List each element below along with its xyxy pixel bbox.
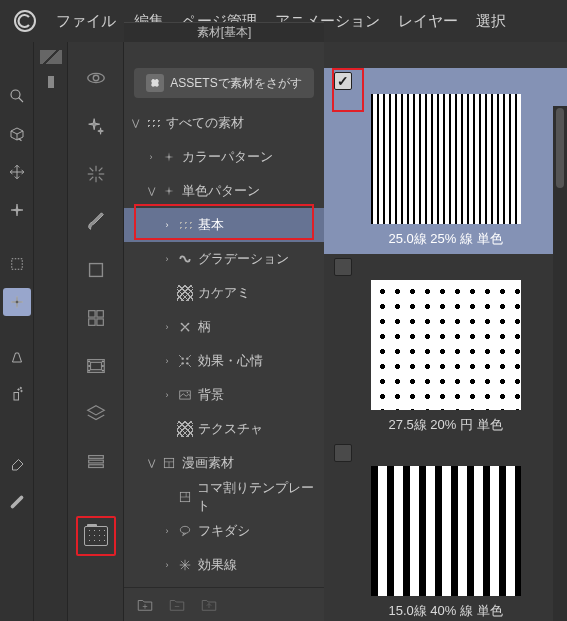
svg-point-39	[186, 358, 188, 360]
chevron-right-icon: ›	[162, 390, 172, 400]
chevron-down-icon: ⋁	[146, 458, 156, 468]
dots-icon	[144, 114, 162, 132]
manga-icon	[160, 454, 178, 472]
folder-remove-icon[interactable]	[166, 594, 188, 616]
tree-item-gradation[interactable]: › グラデーション	[124, 242, 324, 276]
cube-tool-icon[interactable]	[3, 120, 31, 148]
tree-item-mono-pattern[interactable]: ⋁ 単色パターン	[124, 174, 324, 208]
panel-indicator-icon	[48, 76, 54, 88]
scrollbar[interactable]	[553, 106, 567, 621]
pen-tool-icon[interactable]	[3, 342, 31, 370]
svg-point-9	[93, 75, 99, 81]
svg-rect-24	[90, 362, 101, 369]
svg-rect-20	[96, 311, 102, 317]
grid-icon[interactable]	[80, 302, 112, 334]
material-tree: ⋁ すべての素材 › カラーパターン ⋁ 単色パターン › 基本 ›	[124, 104, 324, 587]
material-folder-icon[interactable]	[80, 520, 112, 552]
material-thumbnail[interactable]	[371, 94, 521, 224]
material-thumbnail[interactable]	[371, 280, 521, 410]
tree-item-label: カケアミ	[198, 284, 250, 302]
film-icon[interactable]	[80, 350, 112, 382]
svg-point-28	[102, 361, 103, 362]
tree-item-label: 単色パターン	[182, 182, 260, 200]
chevron-right-icon: ›	[146, 152, 156, 162]
tree-item-all[interactable]: ⋁ すべての素材	[124, 106, 324, 140]
spray-tool-icon[interactable]	[3, 380, 31, 408]
tree-bottom-toolbar	[124, 587, 324, 621]
svg-point-50	[180, 526, 189, 533]
svg-point-34	[181, 323, 183, 325]
magnifier-tool-icon[interactable]	[3, 82, 31, 110]
material-item[interactable]: ✓ 25.0線 25% 線 単色	[324, 68, 567, 254]
hatch-icon	[176, 284, 194, 302]
tree-item-kakeami[interactable]: カケアミ	[124, 276, 324, 310]
material-checkbox[interactable]	[334, 444, 352, 462]
material-item[interactable]: 27.5線 20% 円 単色	[324, 254, 567, 440]
chevron-right-icon: ›	[162, 560, 172, 570]
pattern-icon	[176, 318, 194, 336]
layers-icon[interactable]	[80, 398, 112, 430]
brush-icon[interactable]	[80, 206, 112, 238]
tree-item-pattern[interactable]: › 柄	[124, 310, 324, 344]
svg-point-38	[182, 358, 184, 360]
tree-item-effect-line[interactable]: › 効果線	[124, 548, 324, 582]
sparkle-icon	[160, 182, 178, 200]
svg-line-2	[18, 98, 23, 103]
menu-layer[interactable]: レイヤー	[398, 12, 458, 31]
tree-item-manga[interactable]: ⋁ 漫画素材	[124, 446, 324, 480]
sparkle-icon	[160, 148, 178, 166]
tree-item-frame-template[interactable]: コマ割りテンプレート	[124, 480, 324, 514]
burst-icon[interactable]	[80, 158, 112, 190]
assets-search-label: ASSETSで素材をさがす	[170, 75, 301, 92]
material-checkbox[interactable]	[334, 258, 352, 276]
star-tool-icon[interactable]	[3, 196, 31, 224]
texture-icon	[176, 420, 194, 438]
stack-icon[interactable]	[80, 446, 112, 478]
chevron-down-icon: ⋁	[130, 118, 140, 128]
tree-item-effect[interactable]: › 効果・心情	[124, 344, 324, 378]
scrollbar-thumb[interactable]	[556, 108, 564, 188]
svg-point-6	[20, 387, 22, 389]
square-icon[interactable]	[80, 254, 112, 286]
wand-tool-icon[interactable]	[3, 288, 31, 316]
menu-file[interactable]: ファイル	[56, 12, 116, 31]
marquee-tool-icon[interactable]	[3, 250, 31, 278]
eye-tool-icon[interactable]	[80, 62, 112, 94]
svg-rect-21	[88, 319, 94, 325]
sparkle-icon[interactable]	[80, 110, 112, 142]
balloon-icon	[176, 522, 194, 540]
tree-item-color-pattern[interactable]: › カラーパターン	[124, 140, 324, 174]
tree-item-label: 効果線	[198, 556, 237, 574]
svg-point-35	[188, 323, 190, 325]
assets-search-button[interactable]: ASSETSで素材をさがす	[134, 68, 314, 98]
tree-item-label: テクスチャ	[198, 420, 263, 438]
svg-point-29	[102, 365, 103, 366]
eraser-tool-icon[interactable]	[3, 450, 31, 478]
chevron-right-icon: ›	[162, 220, 172, 230]
folder-add-icon[interactable]	[134, 594, 156, 616]
tree-item-label: フキダシ	[198, 522, 250, 540]
app-logo-icon[interactable]	[12, 8, 38, 34]
svg-rect-31	[88, 456, 103, 459]
move-tool-icon[interactable]	[3, 158, 31, 186]
material-item[interactable]: 15.0線 40% 線 単色	[324, 440, 567, 621]
panel-drag-icon[interactable]	[40, 50, 62, 64]
svg-line-17	[89, 177, 93, 181]
tree-item-balloon[interactable]: › フキダシ	[124, 514, 324, 548]
tree-item-background[interactable]: › 背景	[124, 378, 324, 412]
material-thumbnail[interactable]	[371, 466, 521, 596]
svg-rect-32	[88, 460, 103, 463]
blend-tool-icon[interactable]	[3, 488, 31, 516]
tree-item-texture[interactable]: テクスチャ	[124, 412, 324, 446]
tree-item-basic[interactable]: › 基本	[124, 208, 324, 242]
material-name: 27.5線 20% 円 単色	[388, 416, 502, 434]
material-checkbox[interactable]: ✓	[334, 72, 352, 90]
material-grid: ✓ 25.0線 25% 線 単色 27.5線 20% 円 単色 15.0線 40…	[324, 42, 567, 621]
material-name: 25.0線 25% 線 単色	[388, 230, 502, 248]
menu-select[interactable]: 選択	[476, 12, 506, 31]
tree-item-label: 柄	[198, 318, 211, 336]
svg-point-27	[88, 370, 89, 371]
svg-rect-3	[11, 259, 22, 270]
tree-item-label: カラーパターン	[182, 148, 273, 166]
folder-out-icon[interactable]	[198, 594, 220, 616]
